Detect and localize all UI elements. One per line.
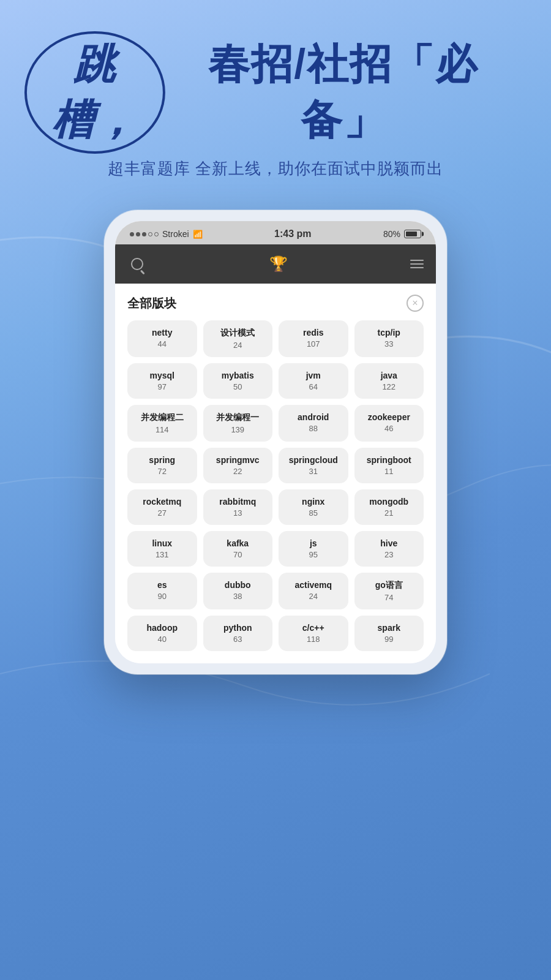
- topic-item[interactable]: linux131: [127, 531, 197, 567]
- title-rest: 春招/社招「必备」: [166, 37, 520, 148]
- topic-name: es: [157, 580, 167, 590]
- topic-item[interactable]: jvm64: [279, 363, 348, 399]
- topic-name: mybatis: [222, 371, 254, 380]
- topic-name: 设计模式: [220, 328, 255, 339]
- menu-line-2: [410, 263, 424, 265]
- topic-count: 23: [384, 550, 393, 559]
- topic-item[interactable]: 设计模式24: [203, 320, 273, 357]
- topic-count: 24: [309, 592, 318, 601]
- topic-item[interactable]: rocketmq27: [127, 489, 197, 525]
- topic-item[interactable]: android88: [279, 405, 348, 442]
- topic-count: 70: [233, 550, 242, 559]
- topic-name: python: [223, 623, 252, 633]
- battery-bar: [404, 230, 421, 238]
- topic-item[interactable]: springcloud31: [279, 448, 348, 483]
- topics-grid: netty44设计模式24redis107tcp/ip33mysql97myba…: [127, 320, 424, 651]
- topic-count: 40: [158, 635, 167, 644]
- app-header: 🏆: [115, 244, 436, 284]
- modal-title: 全部版块: [127, 295, 176, 312]
- topic-name: kafka: [227, 538, 249, 548]
- topic-item[interactable]: 并发编程二114: [127, 405, 197, 442]
- modal-area: 全部版块 × netty44设计模式24redis107tcp/ip33mysq…: [115, 284, 436, 663]
- topic-item[interactable]: redis107: [279, 320, 348, 357]
- topic-item[interactable]: mybatis50: [203, 363, 273, 399]
- topic-count: 107: [307, 339, 320, 349]
- topic-item[interactable]: hadoop40: [127, 616, 197, 651]
- topic-name: zookeeper: [368, 412, 410, 422]
- topic-item[interactable]: java122: [354, 363, 424, 399]
- topic-count: 118: [307, 635, 320, 644]
- topic-count: 85: [309, 508, 318, 518]
- topic-name: hadoop: [146, 623, 178, 633]
- search-button[interactable]: [127, 254, 147, 274]
- topic-count: 38: [233, 592, 242, 601]
- topic-item[interactable]: springboot11: [354, 448, 424, 483]
- title-oval-decoration: [24, 31, 165, 154]
- phone-frame: Strokei 📶 1:43 pm 80%: [104, 210, 447, 674]
- topic-item[interactable]: tcp/ip33: [354, 320, 424, 357]
- topic-name: nginx: [302, 497, 324, 507]
- topic-count: 50: [233, 382, 242, 391]
- topic-name: tcp/ip: [378, 328, 400, 337]
- topic-item[interactable]: js95: [279, 531, 348, 567]
- status-time: 1:43 pm: [274, 228, 311, 239]
- signal-dot-3: [142, 232, 146, 236]
- topic-item[interactable]: hive23: [354, 531, 424, 567]
- topic-count: 33: [384, 339, 393, 349]
- topic-count: 46: [384, 424, 393, 433]
- topic-item[interactable]: mysql97: [127, 363, 197, 399]
- topic-item[interactable]: netty44: [127, 320, 197, 357]
- topic-item[interactable]: mongodb21: [354, 489, 424, 525]
- topic-count: 24: [233, 341, 242, 350]
- signal-dot-1: [130, 232, 134, 236]
- topic-item[interactable]: 并发编程一139: [203, 405, 273, 442]
- topic-count: 88: [309, 424, 318, 433]
- status-bar: Strokei 📶 1:43 pm 80%: [115, 221, 436, 244]
- topic-count: 64: [309, 382, 318, 391]
- topic-count: 122: [382, 382, 395, 391]
- topic-name: linux: [152, 538, 172, 548]
- topic-name: spark: [378, 623, 400, 633]
- topic-name: android: [298, 412, 329, 422]
- topic-item[interactable]: springmvc22: [203, 448, 273, 483]
- topic-count: 74: [384, 593, 393, 602]
- topic-count: 27: [158, 508, 167, 518]
- topic-item[interactable]: zookeeper46: [354, 405, 424, 442]
- topic-name: dubbo: [225, 580, 251, 590]
- topic-name: springmvc: [216, 455, 260, 465]
- topic-item[interactable]: nginx85: [279, 489, 348, 525]
- signal-dot-5: [154, 232, 159, 236]
- topic-count: 31: [309, 467, 318, 476]
- topic-name: mysql: [150, 371, 174, 380]
- topic-count: 11: [384, 467, 393, 476]
- topic-item[interactable]: activemq24: [279, 573, 348, 609]
- topic-item[interactable]: c/c++118: [279, 616, 348, 651]
- topic-count: 21: [384, 508, 393, 518]
- topic-name: rabbitmq: [219, 497, 256, 507]
- topic-item[interactable]: spring72: [127, 448, 197, 483]
- topic-item[interactable]: kafka70: [203, 531, 273, 567]
- topic-name: activemq: [294, 580, 332, 590]
- topic-name: 并发编程一: [216, 412, 259, 423]
- topic-count: 97: [158, 382, 167, 391]
- topic-item[interactable]: go语言74: [354, 573, 424, 609]
- menu-button[interactable]: [410, 260, 424, 268]
- topic-name: java: [381, 371, 397, 380]
- topic-name: go语言: [375, 580, 403, 591]
- menu-line-3: [410, 267, 424, 268]
- topic-name: netty: [152, 328, 172, 337]
- topic-name: c/c++: [302, 623, 324, 633]
- topic-name: spring: [149, 455, 175, 465]
- topic-count: 139: [231, 425, 244, 434]
- topic-count: 22: [233, 467, 242, 476]
- topic-item[interactable]: rabbitmq13: [203, 489, 273, 525]
- phone-wrapper: Strokei 📶 1:43 pm 80%: [0, 210, 551, 674]
- topic-count: 99: [384, 635, 393, 644]
- topic-name: js: [310, 538, 317, 548]
- title-highlight: 跳槽，: [31, 37, 159, 148]
- topic-item[interactable]: dubbo38: [203, 573, 273, 609]
- topic-item[interactable]: python63: [203, 616, 273, 651]
- topic-item[interactable]: es90: [127, 573, 197, 609]
- close-button[interactable]: ×: [407, 295, 424, 312]
- topic-item[interactable]: spark99: [354, 616, 424, 651]
